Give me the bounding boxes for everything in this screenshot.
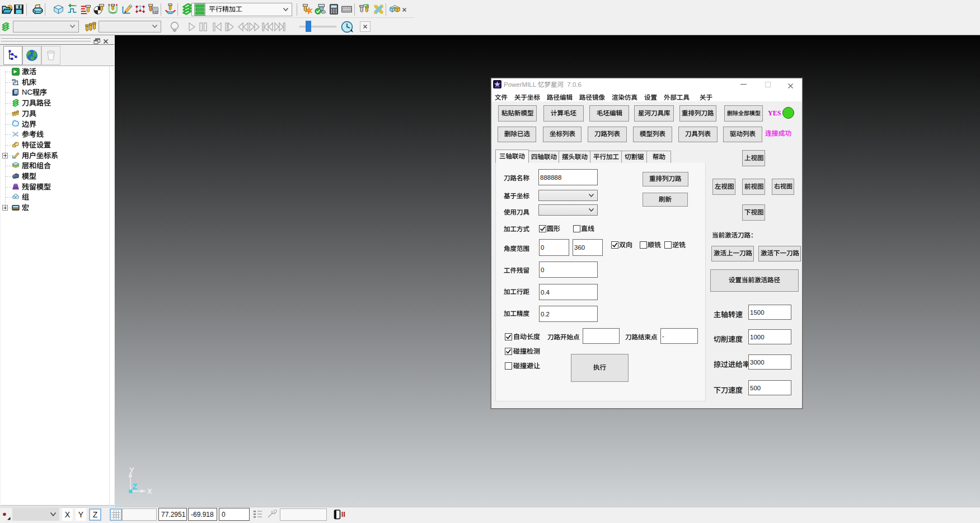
svg-text:Y: Y	[129, 466, 134, 474]
svg-text:X: X	[147, 487, 152, 495]
svg-text:Z: Z	[133, 482, 138, 491]
